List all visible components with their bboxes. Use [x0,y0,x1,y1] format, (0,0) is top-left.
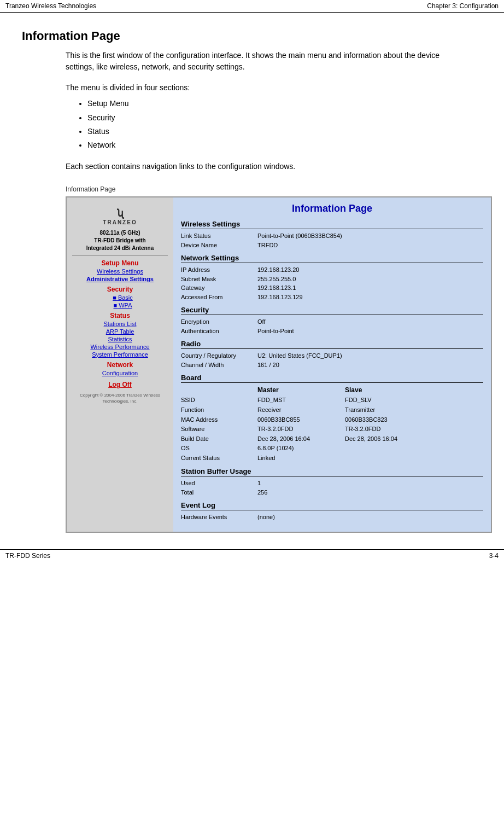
os-master: 6.8.0P (1024) [257,444,345,453]
subnet-value: 255.255.255.0 [257,275,483,284]
country-value: U2: United States (FCC_DUP1) [257,351,483,360]
link-status-label: Link Status [181,231,257,241]
os-slave [345,444,483,453]
page-header: Tranzeo Wireless Technologies Chapter 3:… [0,0,504,13]
col-master-header: Master [257,385,345,396]
used-label: Used [181,479,257,488]
current-status-master: Linked [257,453,345,463]
wireless-settings-link[interactable]: Wireless Settings [67,268,173,275]
network-title: Network [67,361,173,369]
software-master: TR-3.2.0FDD [257,424,345,434]
intro-paragraph: This is the first window of the configur… [66,50,448,73]
wireless-settings-header: Wireless Settings [181,220,483,229]
device-name-label: Device Name [181,241,257,250]
link-status-value: Point-to-Point (0060B33BC854) [257,231,483,241]
ip-label: IP Address [181,265,257,275]
basic-link[interactable]: ■ Basic [72,294,173,301]
col-slave-header: Slave [345,385,483,396]
info-row: Accessed From 192.168.123.129 [181,293,483,302]
accessed-from-label: Accessed From [181,293,257,302]
station-buffer-header: Station Buffer Usage [181,467,483,476]
network-settings-header: Network Settings [181,254,483,263]
tranzeo-brand: TRANZEO [103,219,137,225]
auth-label: Authentication [181,327,257,336]
sidebar-logo: ʯ TRANZEO [101,205,139,227]
encryption-value: Off [257,317,483,327]
board-col-headers: Master Slave [181,385,483,396]
used-value: 1 [257,479,483,488]
col-label-empty [181,385,257,396]
sidebar: ʯ TRANZEO 802.11a (5 GHz) TR-FDD Bridge … [67,197,173,532]
subnet-label: Subnet Mask [181,275,257,284]
builddate-master: Dec 28, 2006 16:04 [257,434,345,444]
ip-value: 192.168.123.20 [257,265,483,275]
footer-right: 3-4 [489,552,499,560]
info-panel: Information Page Wireless Settings Link … [173,197,491,532]
network-section: Network Configuration [67,361,173,376]
security-header: Security [181,306,483,315]
wireless-performance-link[interactable]: Wireless Performance [67,344,173,350]
configuration-link[interactable]: Configuration [67,370,173,376]
board-row-software: Software TR-3.2.0FDD TR-3.2.0FDD [181,424,483,434]
function-master: Receiver [257,405,345,415]
menu-item-status: Status [87,125,482,138]
function-slave: Transmitter [345,405,483,415]
system-performance-link[interactable]: System Performance [67,351,173,358]
info-row: IP Address 192.168.123.20 [181,265,483,275]
admin-settings-link[interactable]: Administrative Settings [67,276,173,282]
logoff-link[interactable]: Log Off [67,381,173,388]
wpa-link[interactable]: ■ WPA [72,302,173,309]
header-right: Chapter 3: Configuration [427,2,499,10]
menu-sections-text: The menu is divided in four sections: [66,82,482,94]
info-panel-title: Information Page [181,203,483,214]
network-settings-section: Network Settings IP Address 192.168.123.… [181,254,483,301]
event-log-header: Event Log [181,501,483,510]
arp-table-link[interactable]: ARP Table [67,328,173,335]
sidebar-device-info: 802.11a (5 GHz) TR-FDD Bridge with Integ… [67,229,173,252]
mac-slave: 0060B33BC823 [345,415,483,425]
country-label: Country / Regulatory [181,351,257,360]
ssid-slave: FDD_SLV [345,396,483,405]
board-row-ssid: SSID FDD_MST FDD_SLV [181,396,483,405]
gateway-label: Gateway [181,283,257,293]
device-ui: ʯ TRANZEO 802.11a (5 GHz) TR-FDD Bridge … [66,196,492,533]
bullet-basic: ■ [113,294,116,301]
info-row: Used 1 [181,479,483,488]
board-row-function: Function Receiver Transmitter [181,405,483,415]
info-row: Encryption Off [181,317,483,327]
board-row-status: Current Status Linked [181,453,483,463]
info-row: Subnet Mask 255.255.255.0 [181,275,483,284]
board-row-os: OS 6.8.0P (1024) [181,444,483,453]
radio-header: Radio [181,340,483,349]
info-row: Link Status Point-to-Point (0060B33BC854… [181,231,483,241]
page-title: Information Page [22,29,482,43]
tranzeo-icon: ʯ [117,207,124,219]
info-row: Hardware Events (none) [181,513,483,522]
mac-label: MAC Address [181,415,257,425]
encryption-label: Encryption [181,317,257,327]
board-section: Board Master Slave SSID FDD_MST FDD_SLV … [181,374,483,463]
security-section: Security Encryption Off Authentication P… [181,306,483,335]
statistics-link[interactable]: Statistics [67,336,173,342]
auth-value: Point-to-Point [257,327,483,336]
status-title: Status [67,312,173,319]
info-row: Authentication Point-to-Point [181,327,483,336]
page-footer: TR-FDD Series 3-4 [0,549,504,562]
current-status-slave [345,453,483,463]
ssid-master: FDD_MST [257,396,345,405]
main-content: Information Page This is the first windo… [0,13,504,544]
gateway-value: 192.168.123.1 [257,283,483,293]
security-title: Security [67,286,173,293]
nav-links-text: Each section contains navigation links t… [66,161,482,172]
info-row: Total 256 [181,488,483,497]
device-name-value: TRFDD [257,241,483,250]
builddate-slave: Dec 28, 2006 16:04 [345,434,483,444]
board-row-mac: MAC Address 0060B33BC855 0060B33BC823 [181,415,483,425]
wireless-settings-section: Wireless Settings Link Status Point-to-P… [181,220,483,249]
accessed-from-value: 192.168.123.129 [257,293,483,302]
status-section: Status Stations List ARP Table Statistic… [67,312,173,358]
ssid-label: SSID [181,396,257,405]
stations-list-link[interactable]: Stations List [67,321,173,327]
radio-section: Radio Country / Regulatory U2: United St… [181,340,483,369]
software-label: Software [181,424,257,434]
